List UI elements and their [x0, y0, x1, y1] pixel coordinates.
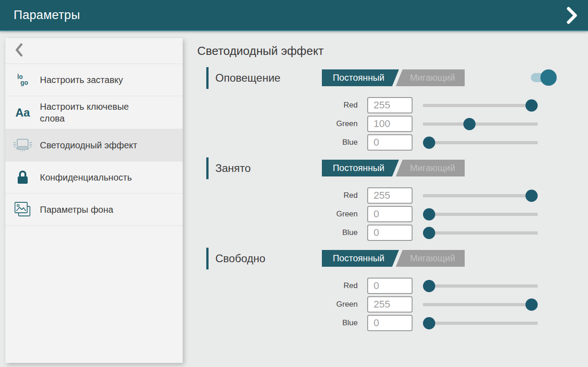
- red-value-input[interactable]: [367, 97, 413, 113]
- channel-row-blue: Blue: [197, 134, 588, 151]
- sidebar-item-label: Параметры фона: [40, 199, 113, 220]
- slider-thumb[interactable]: [525, 190, 538, 202]
- notification-enable-toggle[interactable]: [531, 73, 553, 82]
- blue-slider[interactable]: [423, 134, 538, 151]
- channel-label: Red: [197, 191, 367, 200]
- panel-title: Светодиодный эффект: [197, 44, 588, 58]
- channel-label: Blue: [197, 318, 367, 328]
- slider-thumb[interactable]: [525, 298, 538, 311]
- blue-value-input[interactable]: [367, 315, 413, 331]
- slider-thumb[interactable]: [423, 317, 435, 329]
- red-value-input[interactable]: [367, 187, 413, 204]
- channel-row-red: Red: [197, 97, 588, 113]
- section-label: Занято: [215, 162, 251, 175]
- green-slider[interactable]: [423, 296, 538, 313]
- section-free: Свободно Постоянный Мигающий Red Green B…: [197, 248, 588, 331]
- sidebar-item-privacy[interactable]: Конфиденциальность: [5, 161, 183, 194]
- slider-track[interactable]: [423, 213, 538, 216]
- mode-constant-button[interactable]: Постоянный: [322, 250, 399, 267]
- slider-track[interactable]: [423, 194, 538, 197]
- red-slider[interactable]: [423, 97, 538, 113]
- channel-label: Green: [197, 300, 367, 309]
- slider-track[interactable]: [423, 303, 538, 306]
- chevron-left-icon: [15, 43, 24, 59]
- slider-track[interactable]: [423, 122, 538, 126]
- green-value-input[interactable]: [367, 206, 413, 222]
- slider-track[interactable]: [423, 141, 538, 144]
- channel-label: Red: [197, 281, 367, 290]
- slider-track[interactable]: [423, 322, 538, 325]
- mode-segmented-control: Постоянный Мигающий: [322, 160, 465, 176]
- slider-track[interactable]: [423, 284, 538, 288]
- slider-thumb[interactable]: [423, 280, 435, 292]
- slider-thumb[interactable]: [423, 137, 435, 149]
- mode-blinking-button[interactable]: Мигающий: [396, 160, 465, 176]
- blue-slider[interactable]: [423, 225, 538, 241]
- sidebar-item-label: Настроить ключевые слова: [40, 96, 151, 129]
- channel-row-green: Green: [197, 296, 588, 313]
- mode-segmented-control: Постоянный Мигающий: [322, 250, 465, 267]
- sidebar-back-button[interactable]: [5, 38, 183, 64]
- logo-icon: logo: [5, 74, 40, 86]
- channel-row-red: Red: [197, 278, 588, 294]
- slider-thumb[interactable]: [423, 227, 435, 239]
- sidebar-item-background[interactable]: Параметры фона: [5, 194, 183, 226]
- mode-segmented-control: Постоянный Мигающий: [322, 69, 465, 86]
- channel-row-red: Red: [197, 187, 588, 204]
- sidebar-item-label: Светодиодный эффект: [40, 135, 137, 156]
- green-value-input[interactable]: [367, 296, 413, 313]
- section-accent-bar: [206, 248, 209, 269]
- red-slider[interactable]: [423, 187, 538, 204]
- mode-constant-button[interactable]: Постоянный: [322, 69, 399, 86]
- slider-track[interactable]: [423, 231, 538, 235]
- section-notification: Оповещение Постоянный Мигающий Red Green: [197, 67, 588, 151]
- sidebar-item-label: Настроить заставку: [40, 69, 123, 90]
- collapse-panel-button[interactable]: [564, 6, 580, 24]
- channel-label: Blue: [197, 138, 367, 147]
- led-effect-panel: Светодиодный эффект Оповещение Постоянны…: [197, 44, 588, 338]
- channel-label: Green: [197, 210, 367, 219]
- sidebar-item-led-effect[interactable]: Светодиодный эффект: [5, 129, 183, 161]
- slider-thumb[interactable]: [423, 208, 435, 220]
- slider-thumb[interactable]: [463, 118, 476, 130]
- mode-blinking-button[interactable]: Мигающий: [396, 69, 465, 86]
- settings-sidebar: logo Настроить заставку Aa Настроить клю…: [5, 38, 183, 363]
- lock-icon: [5, 170, 40, 185]
- green-slider[interactable]: [423, 206, 538, 222]
- sidebar-item-splash-screen[interactable]: logo Настроить заставку: [5, 64, 183, 96]
- slider-track[interactable]: [423, 104, 538, 107]
- page-title: Параметры: [14, 8, 80, 22]
- channel-label: Red: [197, 101, 367, 110]
- led-screen-icon: [5, 138, 40, 152]
- section-label: Свободно: [215, 252, 265, 265]
- channel-row-blue: Blue: [197, 225, 588, 241]
- section-accent-bar: [206, 157, 209, 179]
- images-icon: [5, 201, 40, 218]
- channel-row-green: Green: [197, 116, 588, 132]
- channel-row-green: Green: [197, 206, 588, 222]
- aa-icon: Aa: [5, 106, 40, 119]
- red-value-input[interactable]: [367, 278, 413, 294]
- mode-blinking-button[interactable]: Мигающий: [396, 250, 465, 267]
- channel-label: Blue: [197, 228, 367, 237]
- section-accent-bar: [206, 67, 209, 89]
- channel-row-blue: Blue: [197, 315, 588, 331]
- toggle-knob: [540, 69, 557, 86]
- green-slider[interactable]: [423, 116, 538, 132]
- section-label: Оповещение: [215, 72, 281, 84]
- section-busy: Занято Постоянный Мигающий Red Green Blu…: [197, 157, 588, 241]
- blue-value-input[interactable]: [367, 225, 413, 241]
- green-value-input[interactable]: [367, 116, 413, 132]
- red-slider[interactable]: [423, 278, 538, 294]
- channel-label: Green: [197, 119, 367, 128]
- mode-constant-button[interactable]: Постоянный: [322, 160, 399, 176]
- blue-slider[interactable]: [423, 315, 538, 331]
- blue-value-input[interactable]: [367, 134, 413, 151]
- sidebar-item-label: Конфиденциальность: [40, 167, 132, 188]
- slider-thumb[interactable]: [525, 99, 538, 112]
- sidebar-item-keywords[interactable]: Aa Настроить ключевые слова: [5, 96, 183, 129]
- chevron-right-icon: [564, 18, 580, 26]
- app-header: Параметры: [0, 0, 588, 31]
